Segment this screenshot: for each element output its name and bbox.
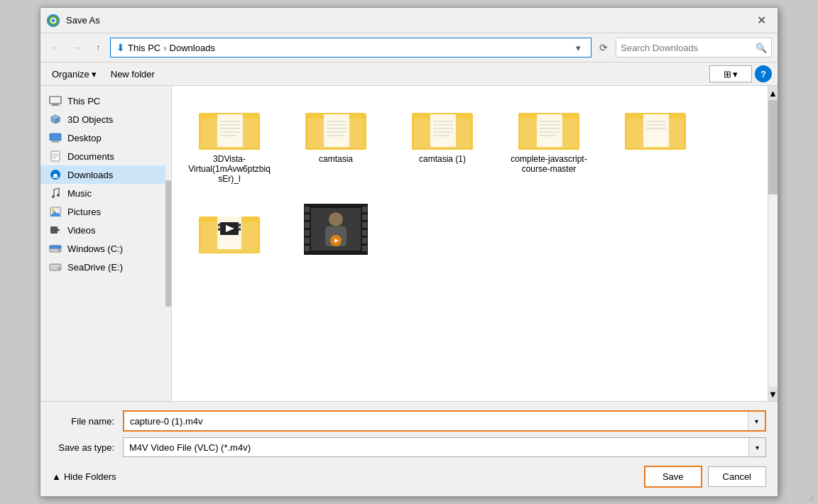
svg-rect-19 bbox=[53, 175, 58, 177]
forward-button[interactable]: → bbox=[67, 38, 86, 57]
file-grid: 3DVista-Virtual(1mAvw6ptzbiqsEr)_l bbox=[183, 97, 766, 261]
svg-rect-76 bbox=[218, 228, 221, 231]
svg-rect-84 bbox=[305, 230, 310, 236]
sidebar: This PC 3D Objects bbox=[40, 86, 172, 401]
svg-rect-20 bbox=[53, 177, 58, 178]
refresh-button[interactable]: ⟳ bbox=[594, 38, 613, 57]
folder-label-3: camtasia (1) bbox=[419, 154, 466, 164]
organize-dropdown-icon: ▾ bbox=[92, 69, 97, 80]
cube-icon bbox=[49, 113, 62, 126]
help-button[interactable]: ? bbox=[755, 65, 772, 82]
svg-rect-87 bbox=[362, 207, 367, 212]
svg-rect-67 bbox=[643, 114, 669, 147]
breadcrumb-pc: This PC bbox=[128, 43, 160, 53]
folder-icon-2 bbox=[304, 100, 368, 151]
sidebar-item-music[interactable]: Music bbox=[40, 184, 171, 202]
hide-folders-button[interactable]: ▲ Hide Folders bbox=[52, 471, 116, 482]
folder-item-5[interactable] bbox=[609, 97, 702, 187]
video-item-1[interactable] bbox=[290, 201, 382, 261]
scroll-down-btn[interactable]: ▼ bbox=[768, 387, 778, 401]
sidebar-label-seadrive-e: SeaDrive (E:) bbox=[67, 262, 123, 273]
search-input[interactable] bbox=[621, 43, 753, 53]
sidebar-item-windows-c[interactable]: Windows (C:) bbox=[40, 239, 171, 258]
folder-item-2[interactable]: camtasia bbox=[290, 97, 382, 187]
svg-rect-85 bbox=[305, 238, 310, 243]
folder-item-3[interactable]: camtasia (1) bbox=[396, 97, 489, 187]
file-name-dropdown-btn[interactable]: ▾ bbox=[748, 412, 765, 430]
chrome-icon bbox=[46, 13, 60, 28]
sidebar-item-desktop[interactable]: Desktop bbox=[40, 128, 171, 147]
sidebar-item-downloads[interactable]: Downloads bbox=[40, 165, 171, 184]
bottom-section: File name: ▾ Save as type: ▾ ▲ Hide Fold… bbox=[40, 401, 778, 496]
organize-label: Organize bbox=[52, 69, 89, 80]
scroll-thumb[interactable] bbox=[768, 100, 778, 195]
svg-rect-26 bbox=[50, 226, 58, 234]
folder-item-4[interactable]: complete-javascript-course-master bbox=[503, 97, 595, 187]
search-icon: 🔍 bbox=[756, 43, 767, 53]
title-bar: Save As ✕ bbox=[40, 8, 778, 33]
picture-icon bbox=[49, 205, 62, 218]
sidebar-item-this-pc[interactable]: This PC bbox=[40, 92, 171, 110]
resize-grip[interactable]: ⊿ bbox=[808, 494, 817, 503]
save-as-dialog: Save As ✕ ← → ↑ ⬇ This PC › Downloads ▾ … bbox=[40, 7, 778, 497]
svg-rect-86 bbox=[305, 246, 310, 251]
desktop-icon bbox=[49, 131, 62, 144]
folder-item-1[interactable]: 3DVista-Virtual(1mAvw6ptzbiqsEr)_l bbox=[183, 97, 276, 187]
download-icon bbox=[49, 168, 62, 181]
sidebar-label-documents: Documents bbox=[67, 151, 114, 162]
svg-rect-12 bbox=[51, 142, 60, 143]
folder-icon-5 bbox=[623, 100, 687, 151]
drive2-icon bbox=[49, 261, 62, 273]
svg-rect-5 bbox=[53, 104, 58, 105]
sidebar-item-videos[interactable]: Videos bbox=[40, 221, 171, 239]
view-icon: ⊞ bbox=[724, 69, 731, 80]
save-as-type-dropdown-btn[interactable]: ▾ bbox=[748, 438, 765, 456]
view-button[interactable]: ⊞ ▾ bbox=[709, 65, 752, 82]
save-as-type-row: Save as type: ▾ bbox=[52, 437, 766, 457]
back-button[interactable]: ← bbox=[46, 38, 65, 57]
file-name-label: File name: bbox=[52, 416, 123, 427]
svg-rect-43 bbox=[324, 114, 349, 147]
svg-point-3 bbox=[52, 18, 55, 22]
folder-label-1: 3DVista-Virtual(1mAvw6ptzbiqsEr)_l bbox=[187, 154, 272, 184]
sidebar-scroll-thumb[interactable] bbox=[165, 180, 171, 307]
sidebar-label-downloads: Downloads bbox=[67, 170, 113, 180]
up-button[interactable]: ↑ bbox=[89, 38, 107, 57]
address-bar: ← → ↑ ⬇ This PC › Downloads ▾ ⟳ 🔍 bbox=[40, 33, 778, 62]
new-folder-button[interactable]: New folder bbox=[105, 67, 160, 82]
save-as-type-wrap[interactable]: ▾ bbox=[123, 437, 766, 457]
address-box[interactable]: ⬇ This PC › Downloads ▾ bbox=[110, 38, 591, 57]
sidebar-item-seadrive-e[interactable]: SeaDrive (E:) bbox=[40, 258, 171, 276]
cancel-button[interactable]: Cancel bbox=[708, 466, 766, 487]
close-button[interactable]: ✕ bbox=[751, 10, 772, 31]
button-row: ▲ Hide Folders Save Cancel bbox=[52, 466, 766, 488]
file-area-scrollbar[interactable]: ▲ ▼ bbox=[768, 86, 778, 401]
folder-item-6[interactable] bbox=[183, 201, 276, 261]
scroll-up-btn[interactable]: ▲ bbox=[768, 86, 778, 100]
svg-rect-51 bbox=[430, 114, 456, 147]
svg-rect-77 bbox=[238, 224, 241, 226]
file-name-input[interactable] bbox=[124, 413, 748, 429]
save-as-type-input[interactable] bbox=[124, 439, 748, 456]
sidebar-item-documents[interactable]: Documents bbox=[40, 147, 171, 165]
svg-point-24 bbox=[52, 209, 55, 212]
computer-icon bbox=[49, 94, 62, 107]
dialog-title: Save As bbox=[66, 15, 751, 26]
address-dropdown-btn[interactable]: ▾ bbox=[571, 43, 585, 53]
save-button[interactable]: Save bbox=[644, 466, 702, 488]
search-box[interactable]: 🔍 bbox=[616, 38, 772, 57]
file-area: 3DVista-Virtual(1mAvw6ptzbiqsEr)_l bbox=[172, 86, 778, 401]
file-name-input-wrap[interactable]: ▾ bbox=[123, 410, 766, 432]
sidebar-label-this-pc: This PC bbox=[67, 96, 100, 106]
sidebar-item-3d-objects[interactable]: 3D Objects bbox=[40, 110, 171, 128]
sidebar-item-pictures[interactable]: Pictures bbox=[40, 202, 171, 221]
sidebar-label-windows-c: Windows (C:) bbox=[67, 243, 123, 254]
svg-rect-88 bbox=[362, 214, 367, 220]
hide-folders-chevron: ▲ bbox=[52, 471, 61, 482]
organize-button[interactable]: Organize ▾ bbox=[46, 67, 102, 82]
svg-point-32 bbox=[58, 268, 60, 270]
folder-icon-6 bbox=[197, 204, 261, 255]
svg-rect-83 bbox=[305, 222, 310, 228]
svg-rect-11 bbox=[53, 141, 58, 142]
sidebar-scrollbar[interactable] bbox=[165, 86, 171, 401]
